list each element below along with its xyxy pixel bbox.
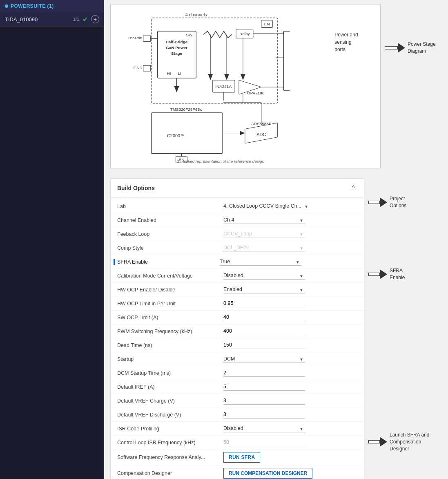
option-label: HW OCP Limit in Per Unit (117, 301, 223, 307)
option-value: DCL_DF22▼ (223, 244, 357, 252)
option-value[interactable] (223, 383, 357, 391)
text-input[interactable] (223, 327, 305, 335)
option-value[interactable] (223, 313, 357, 321)
option-value[interactable] (223, 341, 357, 349)
sfra-enable-label: SFRAEnable (390, 267, 405, 281)
select-input[interactable]: EnabledDisabled (223, 286, 305, 293)
text-input[interactable] (223, 341, 305, 349)
svg-marker-44 (240, 131, 245, 135)
text-input[interactable] (223, 397, 305, 405)
option-row: SW OCP Limit (A) (111, 311, 364, 325)
option-label: Default IREF (A) (117, 384, 223, 390)
option-label: Dead Time (ns) (117, 342, 223, 348)
select-input[interactable]: DisabledEnabled (223, 272, 305, 280)
text-input (223, 439, 305, 446)
svg-text:GND: GND (134, 65, 143, 70)
svg-rect-35 (152, 113, 223, 154)
main-content: 4 channels EN HV-Port GND Half-Bridge Ga… (104, 0, 448, 479)
option-row: StartupDCMCCM▼ (111, 352, 364, 366)
option-label: Control Loop ISR Frequency (kHz) (117, 440, 223, 445)
option-row: Compensation DesignerRUN COMPENSATION DE… (111, 466, 364, 479)
option-row: Channel EnabledCh 4Ch 1Ch 2Ch 3▼ (111, 213, 364, 227)
option-value[interactable]: TrueFalse▼ (220, 258, 357, 266)
option-label: DCM Startup Time (ms) (117, 370, 223, 376)
option-row: SFRA EnableTrueFalse▼ (111, 255, 364, 269)
svg-rect-5 (143, 36, 151, 41)
project-options-arrow (368, 197, 387, 208)
sfra-enable-annotation: SFRAEnable (368, 267, 405, 281)
option-row: Dead Time (ns) (111, 338, 364, 352)
option-label: SW OCP Limit (A) (117, 315, 223, 320)
power-stage-arrow (385, 42, 405, 54)
build-options-panel: Build Options ^ Lab4: Closed Loop CCCV S… (110, 178, 364, 479)
option-value[interactable]: Ch 4Ch 1Ch 2Ch 3▼ (223, 216, 357, 224)
text-input[interactable] (223, 313, 305, 321)
launch-sfra-arrow (368, 436, 387, 447)
select-input[interactable]: TrueFalse (220, 258, 301, 266)
collapse-button[interactable]: ^ (349, 184, 357, 192)
sidebar-page-badge: 1/1 (73, 17, 79, 22)
option-row: PWM Switching Frequency (kHz) (111, 325, 364, 338)
options-body: Lab4: Closed Loop CCCV Single Ch...▼Chan… (111, 198, 364, 479)
run-button[interactable]: RUN SFRA (223, 452, 260, 463)
select-wrap: DCMCCM▼ (223, 355, 305, 363)
select-input[interactable]: 4: Closed Loop CCCV Single Ch... (223, 202, 310, 210)
option-value[interactable] (223, 397, 357, 405)
option-value[interactable]: EnabledDisabled▼ (223, 286, 357, 293)
option-value[interactable] (223, 327, 357, 335)
option-label: Channel Enabled (117, 217, 223, 223)
option-value[interactable]: DisabledEnabled▼ (223, 272, 357, 280)
text-input[interactable] (223, 300, 305, 307)
sidebar: POWERSUITE (1) TIDA_010090 1/1 ✔ + (0, 0, 104, 479)
option-row: Comp StyleDCL_DF22▼ (111, 241, 364, 255)
option-row: Lab4: Closed Loop CCCV Single Ch...▼ (111, 199, 364, 213)
option-row: Control Loop ISR Frequency (kHz) (111, 436, 364, 450)
svg-marker-59 (380, 197, 387, 207)
select-input[interactable]: DisabledEnabled (223, 425, 305, 432)
project-options-annotation: ProjectOptions (368, 195, 406, 209)
select-wrap: EnabledDisabled▼ (223, 286, 305, 293)
check-icon: ✔ (82, 16, 88, 23)
svg-marker-26 (174, 86, 179, 92)
select-input[interactable]: Ch 4Ch 1Ch 2Ch 3 (223, 216, 305, 224)
option-label: Calibration Mode Current/Voltage (117, 273, 223, 279)
sidebar-item-tida[interactable]: TIDA_010090 1/1 ✔ + (0, 12, 104, 27)
option-value[interactable]: DisabledEnabled▼ (223, 425, 357, 432)
svg-rect-57 (385, 47, 397, 49)
option-label: Compensation Designer (117, 470, 223, 476)
svg-text:INA241A: INA241A (215, 84, 232, 89)
option-value[interactable]: 4: Closed Loop CCCV Single Ch...▼ (223, 202, 357, 210)
svg-text:LI: LI (178, 71, 181, 76)
sfra-enable-arrow (368, 269, 387, 280)
diagram-right-labels: Power and sensing ports (334, 9, 376, 164)
power-sensing-label: Power and sensing ports (334, 31, 376, 53)
launch-sfra-label: Launch SFRA andCompensationDesigner (390, 432, 429, 452)
option-value: CCCV_Loop▼ (223, 230, 357, 238)
select-wrap: CCCV_Loop▼ (223, 230, 305, 238)
project-options-label: ProjectOptions (390, 195, 406, 209)
option-value[interactable] (223, 300, 357, 307)
run-button[interactable]: RUN COMPENSATION DESIGNER (223, 468, 312, 479)
svg-rect-66 (369, 441, 379, 443)
option-label: SFRA Enable (114, 259, 220, 265)
sidebar-title: POWERSUITE (1) (11, 3, 54, 9)
svg-text:C2000™: C2000™ (167, 133, 185, 138)
power-stage-annotation: Power StageDiagram (385, 41, 442, 55)
text-input[interactable] (223, 369, 305, 377)
option-value[interactable] (223, 369, 357, 377)
text-input[interactable] (223, 411, 305, 419)
svg-text:EN: EN (264, 22, 270, 26)
option-label: PWM Switching Frequency (kHz) (117, 329, 223, 334)
option-row: Calibration Mode Current/VoltageDisabled… (111, 269, 364, 283)
option-value[interactable]: DCMCCM▼ (223, 355, 357, 363)
select-wrap: DisabledEnabled▼ (223, 272, 305, 280)
option-value[interactable] (223, 411, 357, 419)
select-input: DCL_DF22 (223, 244, 305, 252)
select-input: CCCV_Loop (223, 230, 305, 238)
select-wrap: DisabledEnabled▼ (223, 425, 305, 432)
svg-marker-21 (224, 74, 229, 80)
diagram-section: 4 channels EN HV-Port GND Half-Bridge Ga… (110, 4, 442, 173)
add-button[interactable]: + (91, 15, 99, 23)
select-input[interactable]: DCMCCM (223, 355, 305, 363)
text-input[interactable] (223, 383, 305, 391)
